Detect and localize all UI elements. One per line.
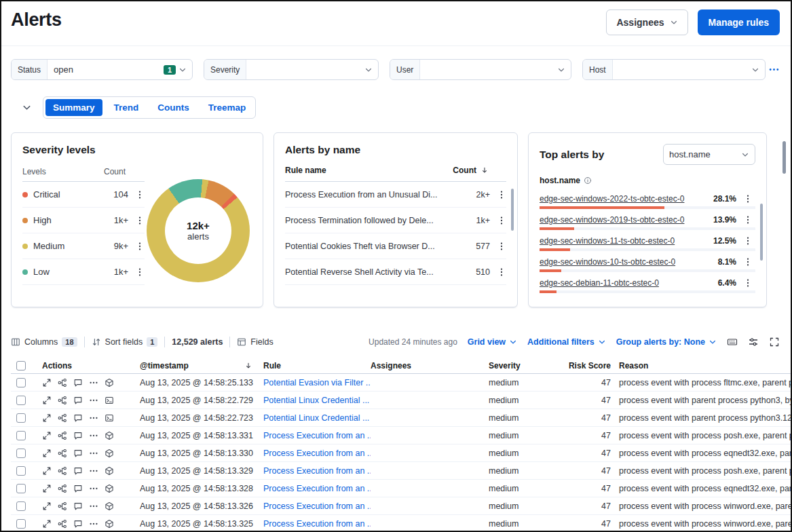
display-options-icon[interactable] [748,337,759,347]
analyzer-icon[interactable] [58,396,67,405]
rule-link[interactable]: Process Execution from an ... [263,519,371,529]
expand-icon[interactable] [42,466,52,476]
expand-icon[interactable] [42,449,52,458]
column-header-risk-score[interactable]: Risk Score [566,361,611,370]
comment-icon[interactable] [73,396,83,405]
filter-user[interactable]: User [390,59,571,80]
session-icon[interactable] [105,413,114,423]
cube-icon[interactable] [105,431,114,440]
host-name-link[interactable]: edge-sec-windows-11-ts-obtc-estec-0 [540,236,708,246]
filter-severity[interactable]: Severity [204,59,379,80]
count-column-header[interactable]: Count [453,166,489,175]
kebab-icon[interactable] [135,190,145,200]
assignees-button[interactable]: Assignees [606,10,687,35]
host-name-link[interactable]: edge-sec-debian-11-obtc-estec-0 [540,278,713,288]
filter-status[interactable]: Statusopen1 [11,59,193,80]
expand-icon[interactable] [42,413,52,423]
keyboard-shortcuts-icon[interactable] [727,337,738,347]
cube-icon[interactable] [105,449,114,458]
tab-summary[interactable]: Summary [45,99,102,116]
comment-icon[interactable] [73,501,83,511]
manage-rules-button[interactable]: Manage rules [698,10,780,35]
tab-trend[interactable]: Trend [107,99,147,116]
info-icon[interactable] [584,176,592,185]
expand-icon[interactable] [42,396,52,405]
sort-fields-button[interactable]: Sort fields 1 [92,337,158,347]
analyzer-icon[interactable] [58,449,67,458]
expand-icon[interactable] [42,519,52,529]
more-actions-icon[interactable] [89,449,98,458]
row-checkbox[interactable] [16,484,26,493]
row-checkbox[interactable] [16,396,26,405]
panel-scrollbar[interactable] [511,189,514,231]
row-checkbox[interactable] [16,466,26,476]
analyzer-icon[interactable] [58,519,67,529]
column-header-assignees[interactable]: Assignees [371,361,489,370]
expand-icon[interactable] [42,378,52,387]
row-checkbox[interactable] [16,378,26,387]
column-header-timestamp[interactable]: @timestamp [140,361,263,370]
more-actions-icon[interactable] [89,466,98,476]
host-name-link[interactable]: edge-sec-windows-2019-ts-obtc-estec-0 [540,215,708,225]
comment-icon[interactable] [73,431,83,440]
rule-link[interactable]: Process Execution from an ... [263,449,371,458]
expand-icon[interactable] [42,501,52,511]
more-actions-icon[interactable] [89,378,98,387]
comment-icon[interactable] [73,378,83,387]
comment-icon[interactable] [73,484,83,493]
more-actions-icon[interactable] [89,501,98,511]
collapse-charts-icon[interactable] [22,102,32,113]
more-actions-icon[interactable] [89,519,98,529]
kebab-icon[interactable] [497,190,506,200]
grid-view-dropdown[interactable]: Grid view [468,337,517,347]
rule-link[interactable]: Process Execution from an ... [263,431,371,440]
cube-icon[interactable] [105,484,114,493]
expand-icon[interactable] [42,431,52,440]
panel-scrollbar[interactable] [760,204,763,261]
kebab-icon[interactable] [743,257,753,267]
kebab-icon[interactable] [743,215,753,225]
kebab-icon[interactable] [135,242,145,251]
comment-icon[interactable] [73,466,83,476]
more-actions-icon[interactable] [89,484,98,493]
more-actions-icon[interactable] [89,396,98,405]
fullscreen-icon[interactable] [769,337,780,347]
analyzer-icon[interactable] [58,413,67,423]
more-actions-icon[interactable] [89,413,98,423]
column-header-severity[interactable]: Severity [489,361,566,370]
rule-link[interactable]: Potential Evasion via Filter ... [263,378,371,387]
column-header-reason[interactable]: Reason [611,361,792,370]
kebab-icon[interactable] [135,267,145,277]
kebab-icon[interactable] [497,267,506,277]
kebab-icon[interactable] [497,216,506,225]
kebab-icon[interactable] [135,216,145,225]
more-filters-icon[interactable] [768,64,780,75]
cube-icon[interactable] [105,378,114,387]
top-alerts-field-select[interactable]: host.name [663,144,755,165]
comment-icon[interactable] [73,519,83,529]
session-icon[interactable] [105,396,114,405]
rule-link[interactable]: Potential Linux Credential ... [263,413,369,423]
fields-button[interactable]: Fields [237,337,273,347]
additional-filters-dropdown[interactable]: Additional filters [527,337,606,347]
row-checkbox[interactable] [16,519,26,529]
cube-icon[interactable] [105,501,114,511]
comment-icon[interactable] [73,449,83,458]
analyzer-icon[interactable] [58,484,67,493]
rule-link[interactable]: Process Execution from an ... [263,501,371,511]
filter-host[interactable]: Host [582,59,766,80]
analyzer-icon[interactable] [58,501,67,511]
kebab-icon[interactable] [743,194,753,204]
analyzer-icon[interactable] [58,466,67,476]
column-header-rule[interactable]: Rule [263,361,371,370]
row-checkbox[interactable] [16,413,26,423]
columns-button[interactable]: Columns 18 [11,337,77,347]
row-checkbox[interactable] [16,501,26,511]
rule-link[interactable]: Potential Linux Credential ... [263,396,369,405]
analyzer-icon[interactable] [58,378,67,387]
group-alerts-dropdown[interactable]: Group alerts by: None [616,337,717,347]
select-all-checkbox[interactable] [16,361,26,370]
row-checkbox[interactable] [16,449,26,458]
rule-link[interactable]: Process Execution from an ... [263,466,371,476]
tab-treemap[interactable]: Treemap [201,99,254,116]
